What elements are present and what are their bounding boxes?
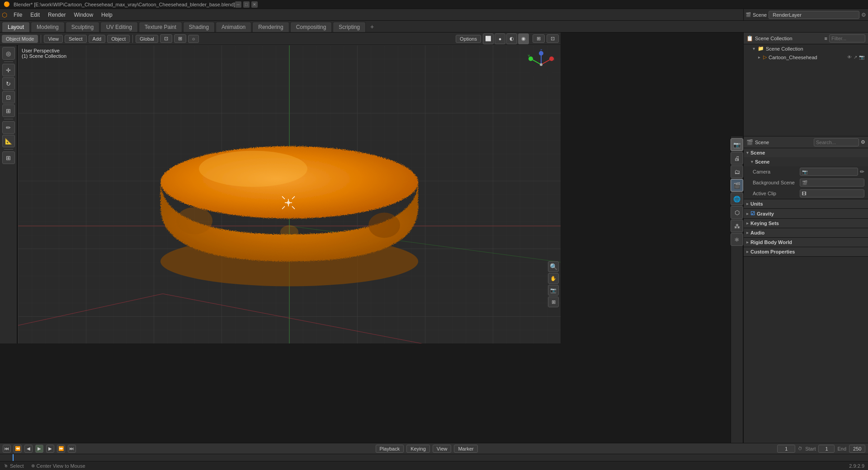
menu-render[interactable]: Render bbox=[44, 11, 69, 19]
jump-end-btn[interactable]: ⏭ bbox=[68, 445, 76, 453]
renderlayer-options-icon[interactable]: ⚙ bbox=[861, 12, 866, 18]
object-properties-btn[interactable]: ⬡ bbox=[731, 206, 743, 219]
add-workspace-button[interactable]: + bbox=[367, 21, 377, 32]
current-frame-input[interactable]: 1 bbox=[777, 445, 795, 453]
playback-menu[interactable]: Playback bbox=[376, 445, 404, 453]
viewport-3d[interactable]: User Perspective (1) Scene Collection Z … bbox=[18, 45, 561, 343]
gravity-section-header[interactable]: ▸ ☑ Gravity bbox=[744, 209, 868, 218]
audio-section-header[interactable]: ▸ Audio bbox=[744, 228, 868, 237]
move-tool-btn[interactable]: ✛ bbox=[2, 64, 15, 76]
step-back-btn[interactable]: ◀ bbox=[24, 445, 33, 453]
measure-tool-btn[interactable]: 📐 bbox=[2, 135, 15, 147]
custom-properties-header[interactable]: ▸ Custom Properties bbox=[744, 247, 868, 256]
pivot-point-btn[interactable]: ⊡ bbox=[160, 34, 172, 43]
maximize-button[interactable]: □ bbox=[243, 1, 250, 8]
camera-view-btn[interactable]: 📷 bbox=[548, 285, 559, 296]
status-center: Center View to Mouse bbox=[37, 463, 85, 469]
render-properties-btn[interactable]: 📷 bbox=[731, 138, 743, 151]
play-btn[interactable]: ▶ bbox=[35, 445, 43, 453]
wireframe-shading-btn[interactable]: ⬜ bbox=[483, 33, 494, 44]
minimize-button[interactable]: ─ bbox=[235, 1, 241, 8]
camera-value[interactable]: 📷 bbox=[800, 168, 858, 176]
transform-orientation-dropdown[interactable]: Global bbox=[136, 35, 158, 43]
scale-tool-btn[interactable]: ⊡ bbox=[2, 91, 15, 103]
add-menu[interactable]: Add bbox=[89, 35, 106, 43]
background-scene-value[interactable]: 🎬 bbox=[800, 179, 864, 187]
snap-btn[interactable]: ⊞ bbox=[174, 34, 186, 43]
active-clip-label: Active Clip bbox=[753, 191, 798, 196]
tab-uv-editing[interactable]: UV Editing bbox=[100, 22, 138, 32]
keying-sets-header[interactable]: ▸ Keying Sets bbox=[744, 219, 868, 228]
scene-subsection-header[interactable]: ▾ Scene bbox=[744, 157, 868, 166]
tab-compositing[interactable]: Compositing bbox=[290, 22, 332, 32]
active-clip-value[interactable]: 🎞 bbox=[800, 189, 864, 197]
menu-window[interactable]: Window bbox=[70, 11, 97, 19]
menu-edit[interactable]: Edit bbox=[27, 11, 43, 19]
viewport-axis-gizmo[interactable]: Z X Y bbox=[525, 49, 557, 80]
marker-menu[interactable]: Marker bbox=[454, 445, 477, 453]
renderlayer-dropdown[interactable]: RenderLayer bbox=[769, 11, 859, 19]
gizmo-btn[interactable]: ⊡ bbox=[547, 34, 559, 43]
tab-scripting[interactable]: Scripting bbox=[333, 22, 366, 32]
render-visibility-icon[interactable]: 📷 bbox=[859, 55, 864, 60]
tab-sculpting[interactable]: Sculpting bbox=[66, 22, 99, 32]
tab-texture-paint[interactable]: Texture Paint bbox=[139, 22, 182, 32]
camera-edit-icon[interactable]: ✏ bbox=[860, 169, 864, 175]
object-mode-dropdown[interactable]: Object Mode bbox=[2, 35, 38, 43]
prev-keyframe-btn[interactable]: ⏪ bbox=[14, 445, 22, 453]
tab-animation[interactable]: Animation bbox=[216, 22, 251, 32]
tab-rendering[interactable]: Rendering bbox=[252, 22, 289, 32]
end-frame-input[interactable]: 250 bbox=[849, 445, 865, 453]
next-keyframe-btn[interactable]: ⏩ bbox=[57, 445, 65, 453]
select-menu[interactable]: Select bbox=[65, 35, 87, 43]
transform-tool-btn[interactable]: ⊞ bbox=[2, 104, 15, 117]
world-properties-btn[interactable]: 🌐 bbox=[731, 193, 743, 205]
menu-file[interactable]: File bbox=[10, 11, 26, 19]
units-section-header[interactable]: ▸ Units bbox=[744, 199, 868, 208]
view-layer-properties-btn[interactable]: 🗂 bbox=[731, 165, 743, 178]
gravity-checkbox[interactable]: ☑ bbox=[750, 211, 755, 216]
rotate-tool-btn[interactable]: ↻ bbox=[2, 77, 15, 90]
properties-options-icon[interactable]: ⚙ bbox=[861, 139, 865, 145]
physics-btn[interactable]: ⚛ bbox=[731, 233, 743, 246]
object-label: Cartoon_Cheesehead bbox=[769, 55, 817, 60]
visibility-icon[interactable]: 👁 bbox=[847, 55, 852, 60]
add-object-btn[interactable]: ⊞ bbox=[2, 151, 15, 164]
overlay-btn[interactable]: ⊞ bbox=[533, 34, 545, 43]
proportional-edit-btn[interactable]: ○ bbox=[188, 35, 199, 43]
object-menu[interactable]: Object bbox=[107, 35, 130, 43]
zoom-in-btn[interactable]: 🔍 bbox=[548, 261, 559, 272]
tab-layout[interactable]: Layout bbox=[2, 22, 30, 32]
cursor-tool-btn[interactable]: ◎ bbox=[2, 47, 15, 60]
scene-section-header[interactable]: ▾ Scene bbox=[744, 148, 868, 157]
step-forward-btn[interactable]: ▶ bbox=[46, 445, 54, 453]
tab-shading[interactable]: Shading bbox=[183, 22, 215, 32]
tab-modeling[interactable]: Modeling bbox=[31, 22, 65, 32]
isometric-view-btn[interactable]: ⊞ bbox=[548, 296, 559, 307]
view-menu-timeline[interactable]: View bbox=[433, 445, 452, 453]
output-properties-btn[interactable]: 🖨 bbox=[731, 152, 743, 164]
solid-shading-btn[interactable]: ● bbox=[495, 33, 505, 44]
options-btn[interactable]: Options bbox=[456, 35, 481, 43]
audio-label: Audio bbox=[750, 230, 764, 235]
particles-btn[interactable]: ⁂ bbox=[731, 220, 743, 232]
properties-search[interactable] bbox=[814, 138, 859, 146]
rendered-shading-btn[interactable]: ◉ bbox=[518, 33, 529, 44]
menu-help[interactable]: Help bbox=[98, 11, 116, 19]
scene-properties-btn[interactable]: 🎬 bbox=[731, 179, 743, 192]
material-shading-btn[interactable]: ◐ bbox=[506, 33, 517, 44]
pan-btn[interactable]: ✋ bbox=[548, 273, 559, 284]
rigid-body-section-header[interactable]: ▸ Rigid Body World bbox=[744, 238, 868, 247]
outliner-item-cartoon-cheesehead[interactable]: ▸ ▷ Cartoon_Cheesehead 👁 ↗ 📷 bbox=[744, 53, 868, 61]
close-button[interactable]: ✕ bbox=[251, 1, 258, 8]
start-frame-input[interactable]: 1 bbox=[818, 445, 835, 453]
filter-icon[interactable]: ≡ bbox=[825, 36, 827, 41]
jump-start-btn[interactable]: ⏮ bbox=[3, 445, 11, 453]
view-menu[interactable]: View bbox=[44, 35, 63, 43]
units-label: Units bbox=[750, 201, 763, 207]
select-icon[interactable]: ↗ bbox=[854, 55, 857, 60]
outliner-search[interactable] bbox=[829, 34, 865, 42]
keying-menu[interactable]: Keying bbox=[406, 445, 430, 453]
outliner-item-scene-collection[interactable]: ▾ 📁 Scene Collection bbox=[744, 44, 868, 53]
annotate-tool-btn[interactable]: ✏ bbox=[2, 121, 15, 134]
